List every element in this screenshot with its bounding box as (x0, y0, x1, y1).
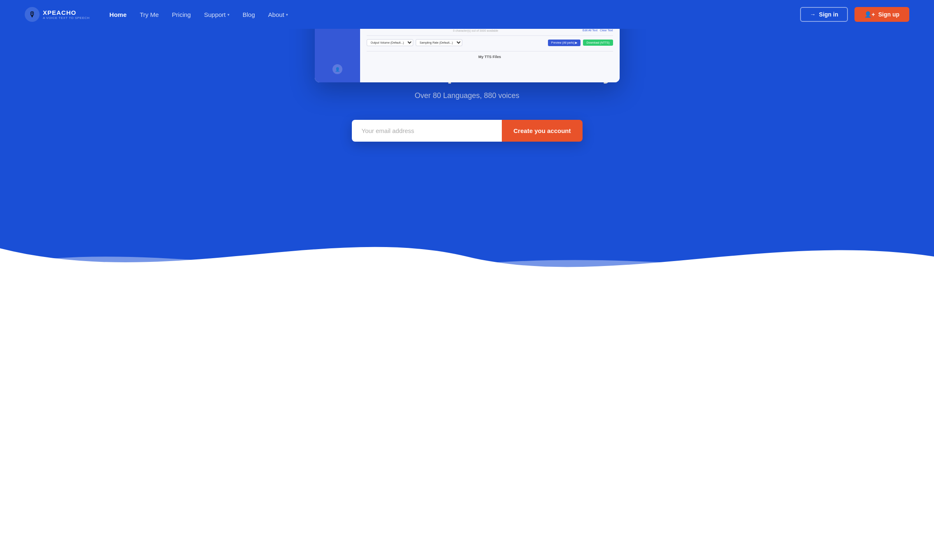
preview-button[interactable]: Preview (All parts) ▶ (548, 40, 581, 46)
download-button[interactable]: Download (NTTS) (583, 40, 613, 46)
navbar: 🎙 XPEACHO A VOICE TEXT TO SPEECH Home Tr… (0, 0, 934, 29)
nav-blog[interactable]: Blog (243, 11, 255, 18)
signin-button[interactable]: → Sign in (800, 7, 848, 22)
signup-button[interactable]: 👤+ Sign up (854, 7, 909, 22)
brand-tagline: A VOICE TEXT TO SPEECH (43, 16, 90, 20)
sampling-rate-select[interactable]: Sampling Rate (Default...) (416, 39, 462, 46)
brand-name: XPEACHO (43, 9, 90, 16)
bottom-section (0, 298, 934, 462)
chevron-down-icon: ▾ (227, 12, 229, 17)
nav-support[interactable]: Support ▾ (204, 11, 229, 18)
email-input[interactable] (352, 120, 502, 142)
logo[interactable]: 🎙 XPEACHO A VOICE TEXT TO SPEECH (25, 7, 90, 22)
hero-section: Start Text-to-Speech immediately Over 80… (0, 29, 934, 224)
output-format-select[interactable]: Output Volume (Default...) (367, 39, 413, 46)
edit-all-text-link[interactable]: Edit All Text (583, 29, 597, 32)
person-plus-icon: 👤+ (864, 11, 875, 18)
logo-icon: 🎙 (25, 7, 40, 22)
create-account-button[interactable]: Create you account (502, 120, 582, 142)
nav-home[interactable]: Home (110, 11, 127, 18)
mini-bottom-bar: Output Volume (Default...) Sampling Rate… (367, 35, 613, 46)
hero-form: Create you account (352, 120, 583, 142)
wave-container (0, 224, 934, 298)
mini-avatar: 👤 (315, 61, 360, 77)
nav-about[interactable]: About ▾ (268, 11, 288, 18)
nav-actions: → Sign in 👤+ Sign up (800, 7, 909, 22)
mini-files-section: My TTS Files (367, 51, 613, 59)
clear-text-link[interactable]: Clear Text (600, 29, 613, 32)
avatar-circle: 👤 (332, 64, 342, 74)
files-title: My TTS Files (367, 55, 613, 59)
nav-links: Home Try Me Pricing Support ▾ Blog About… (110, 11, 800, 18)
hero-subtitle: Over 80 Languages, 880 voices (8, 91, 926, 100)
nav-pricing[interactable]: Pricing (172, 11, 191, 18)
chevron-down-icon: ▾ (286, 12, 288, 17)
char-count: 0 character(s) out of 3000 available (453, 29, 499, 32)
nav-tryme[interactable]: Try Me (140, 11, 159, 18)
signin-icon: → (810, 11, 816, 18)
